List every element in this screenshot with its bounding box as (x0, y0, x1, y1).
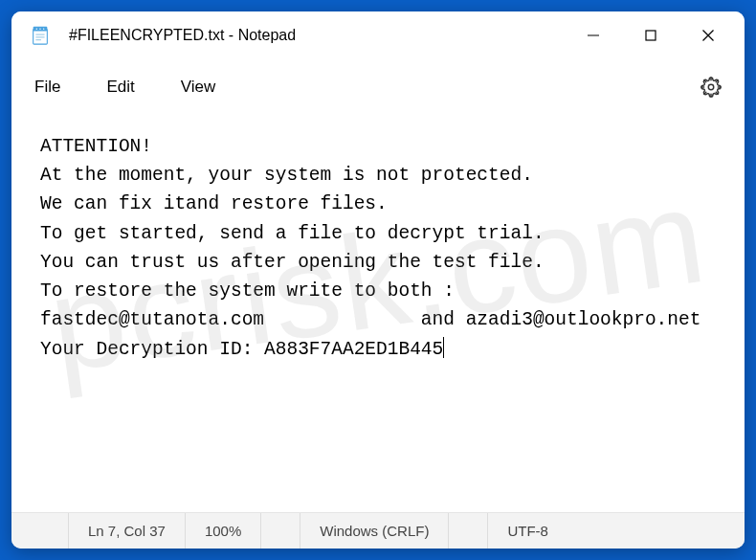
titlebar: #FILEENCRYPTED.txt - Notepad (11, 11, 745, 59)
status-line-ending[interactable]: Windows (CRLF) (300, 513, 449, 549)
svg-point-3 (39, 28, 40, 29)
svg-point-12 (708, 84, 714, 90)
window-title: #FILEENCRYPTED.txt - Notepad (69, 27, 565, 44)
text-line: Your Decryption ID: A883F7AA2ED1B445 (40, 339, 443, 360)
status-encoding[interactable]: UTF-8 (487, 513, 567, 549)
close-button[interactable] (679, 16, 737, 55)
minimize-button[interactable] (565, 16, 622, 55)
text-line: We can fix itand restore files. (40, 193, 388, 214)
menu-edit[interactable]: Edit (106, 78, 134, 97)
svg-point-4 (43, 28, 44, 29)
text-line: To get started, send a file to decrypt t… (40, 223, 545, 244)
text-line: At the moment, your system is not protec… (40, 165, 533, 186)
notepad-app-icon (29, 24, 52, 47)
settings-button[interactable] (700, 77, 722, 98)
text-line: fastdec@tutanota.com and azadi3@outlookp… (40, 309, 700, 330)
menu-view[interactable]: View (181, 78, 216, 97)
maximize-button[interactable] (622, 16, 679, 55)
statusbar: Ln 7, Col 37 100% Windows (CRLF) UTF-8 (11, 512, 745, 549)
svg-rect-9 (646, 31, 656, 40)
notepad-window: #FILEENCRYPTED.txt - Notepad File Edit V… (11, 11, 745, 549)
status-zoom[interactable]: 100% (186, 513, 261, 549)
status-cursor-position: Ln 7, Col 37 (69, 513, 186, 549)
status-spacer (11, 513, 69, 549)
window-controls (565, 16, 737, 55)
menubar: File Edit View (11, 59, 745, 115)
svg-point-2 (36, 28, 37, 29)
text-line: To restore the system write to both : (40, 280, 455, 302)
text-line: You can trust us after opening the test … (40, 252, 545, 273)
text-area[interactable]: ATTENTION! At the moment, your system is… (11, 115, 745, 512)
menu-file[interactable]: File (34, 78, 60, 97)
text-line: ATTENTION! (40, 136, 152, 157)
text-caret (443, 337, 444, 358)
